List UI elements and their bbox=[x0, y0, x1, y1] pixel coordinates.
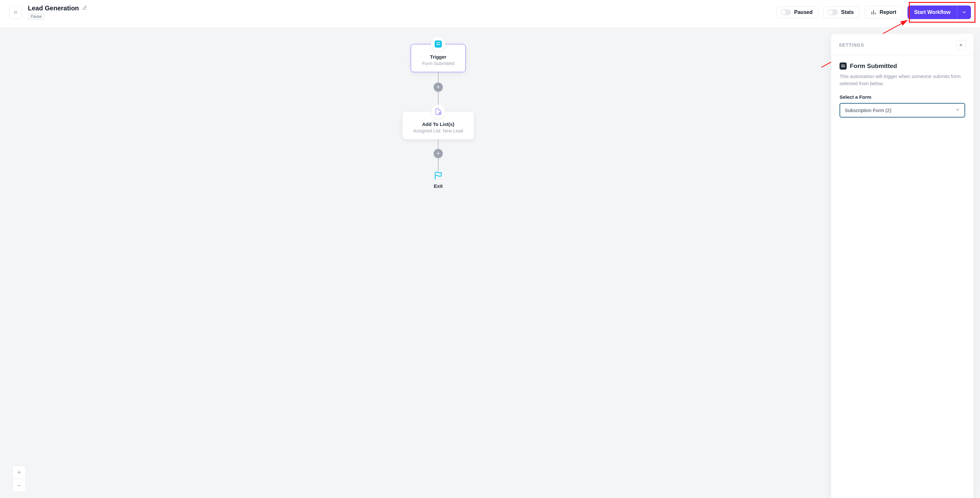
bar-chart-icon bbox=[870, 10, 877, 15]
list-add-icon bbox=[435, 108, 442, 115]
workflow-canvas[interactable]: Trigger Form Submitted + Add To List(s) … bbox=[0, 27, 980, 498]
chevron-double-left-icon bbox=[13, 10, 18, 15]
settings-description: This automation will trigger when someon… bbox=[840, 73, 965, 87]
form-icon bbox=[435, 40, 442, 48]
add-step-button[interactable]: + bbox=[434, 83, 443, 92]
editor-header: Lead Generation Pause Paused Stats Repor… bbox=[0, 0, 980, 26]
stats-toggle-group: Stats bbox=[823, 6, 859, 18]
collapse-sidebar-button[interactable] bbox=[9, 6, 22, 19]
stats-toggle-label: Stats bbox=[841, 10, 854, 15]
edit-title-icon[interactable] bbox=[82, 5, 88, 12]
exit-label: Exit bbox=[434, 183, 443, 189]
zoom-in-button[interactable]: + bbox=[13, 466, 25, 479]
paused-toggle[interactable] bbox=[781, 10, 791, 15]
connector bbox=[438, 158, 439, 171]
zoom-controls: + − bbox=[12, 466, 26, 492]
start-workflow-button[interactable]: Start Workflow bbox=[907, 5, 957, 19]
trigger-node-subtitle: Form Submitted bbox=[415, 61, 461, 66]
close-panel-button[interactable] bbox=[956, 40, 966, 50]
trigger-node-title: Trigger bbox=[415, 54, 461, 59]
connector bbox=[438, 139, 439, 149]
paused-toggle-group: Paused bbox=[776, 6, 818, 18]
connector bbox=[438, 92, 439, 105]
workflow-flow: Trigger Form Submitted + Add To List(s) … bbox=[402, 37, 474, 189]
settings-panel: SETTINGS Form Submitted This automation … bbox=[831, 34, 974, 498]
start-workflow-dropdown[interactable] bbox=[957, 5, 971, 19]
trigger-node-icon-circle bbox=[431, 37, 445, 51]
status-chip: Pause bbox=[28, 13, 45, 20]
action-node-icon-circle bbox=[431, 105, 445, 119]
form-select-value: Subscription Form (2) bbox=[845, 107, 891, 113]
workflow-title: Lead Generation bbox=[28, 5, 79, 12]
flag-icon bbox=[434, 171, 443, 181]
select-form-label: Select a Form bbox=[840, 94, 965, 100]
settings-title: Form Submitted bbox=[850, 62, 897, 70]
report-button[interactable]: Report bbox=[864, 6, 903, 19]
chevron-down-icon bbox=[962, 10, 966, 14]
action-node-title: Add To List(s) bbox=[407, 121, 469, 127]
action-node-subtitle: Assigned List: New Lead bbox=[407, 128, 469, 133]
start-workflow-label: Start Workflow bbox=[914, 10, 951, 15]
report-button-label: Report bbox=[880, 10, 897, 15]
zoom-out-button[interactable]: − bbox=[13, 479, 25, 492]
settings-panel-header: SETTINGS bbox=[839, 42, 864, 48]
form-select[interactable]: Subscription Form (2) bbox=[840, 103, 965, 118]
start-workflow-group: Start Workflow bbox=[907, 5, 971, 19]
chevron-down-icon bbox=[955, 107, 960, 113]
add-step-button[interactable]: + bbox=[434, 149, 443, 158]
connector bbox=[438, 72, 439, 83]
paused-toggle-label: Paused bbox=[794, 10, 813, 15]
close-icon bbox=[959, 43, 963, 47]
form-icon bbox=[840, 62, 847, 70]
stats-toggle[interactable] bbox=[827, 10, 838, 15]
